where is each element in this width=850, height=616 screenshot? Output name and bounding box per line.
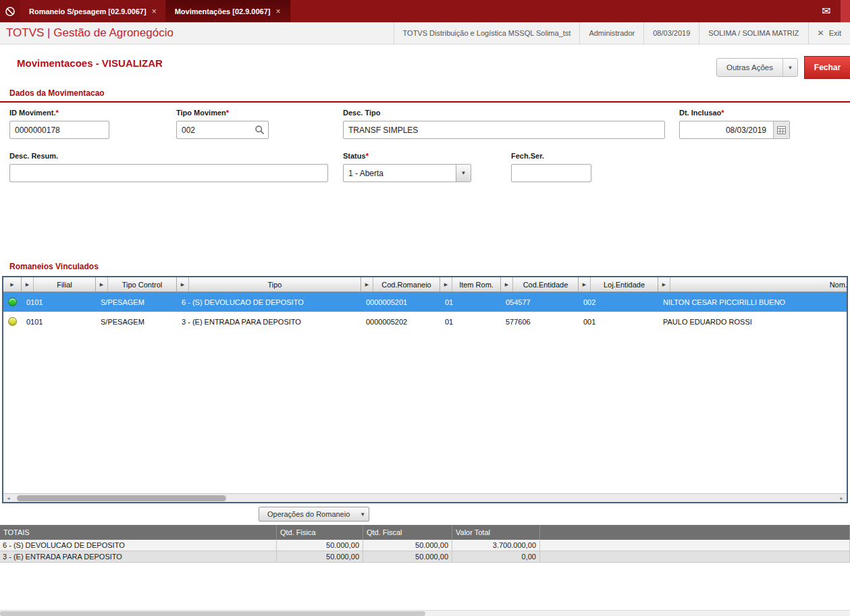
cell-item-rom: 01: [440, 298, 501, 306]
desc-resum-label: Desc. Resum.: [9, 152, 58, 160]
grid-header-status-column[interactable]: ▶: [3, 277, 22, 291]
column-header-label: Item Rom.: [452, 277, 500, 291]
column-header-label: Cod.Romaneio: [373, 277, 440, 291]
column-header-label: Loj.Entidade: [591, 277, 658, 291]
mail-icon[interactable]: ✉: [812, 0, 841, 22]
cell-tipo-control: S/PESAGEM: [96, 318, 177, 326]
row-status-icon: [8, 317, 17, 326]
column-header-filial[interactable]: ▶Filial: [22, 277, 96, 291]
appbar-status-area: TOTVS Distribuição e Logística MSSQL Sol…: [394, 22, 850, 44]
column-header-cod-entidade[interactable]: ▶Cod.Entidade: [501, 277, 579, 291]
column-header-label: Nom.Entidade: [670, 277, 848, 291]
totals-row-filler: [540, 551, 850, 563]
cell-cod-romaneio: 0000005201: [361, 298, 440, 306]
chevron-down-icon: ▼: [356, 511, 369, 517]
page-horizontal-scrollbar[interactable]: [0, 610, 850, 616]
totals-row-label: 6 - (S) DEVOLUCAO DE DEPOSITO: [0, 540, 277, 551]
id-moviment-input[interactable]: [9, 121, 109, 139]
operacoes-romaneio-label: Operações do Romaneio: [259, 510, 356, 518]
operacoes-romaneio-button[interactable]: Operações do Romaneio ▼: [259, 507, 369, 522]
column-header-tipo[interactable]: ▶Tipo: [177, 277, 361, 291]
close-icon[interactable]: ×: [276, 7, 281, 16]
column-arrow-icon: ▶: [579, 277, 591, 291]
status-select-value: 1 - Aberta: [344, 169, 456, 178]
required-marker: *: [721, 109, 724, 117]
totals-row-label: 3 - (E) ENTRADA PARA DEPOSITO: [0, 551, 277, 563]
tab-romaneio-spesagem[interactable]: Romaneio S/pesagem [02.9.0067] ×: [20, 0, 166, 22]
scroll-right-icon[interactable]: ►: [836, 494, 847, 502]
search-icon[interactable]: [255, 125, 265, 138]
desc-resum-input[interactable]: [9, 164, 328, 182]
totvs-logo-icon: [0, 0, 20, 22]
totals-header-valor-total: Valor Total: [452, 525, 540, 540]
column-header-label: Cod.Entidade: [513, 277, 578, 291]
column-header-nom-entidade[interactable]: ▶Nom.Entidade: [658, 277, 848, 291]
desc-tipo-input[interactable]: [343, 121, 665, 139]
totals-qtd-fiscal: 50.000,00: [363, 540, 452, 551]
column-header-label: Filial: [34, 277, 95, 291]
exit-label: Exit: [829, 29, 841, 37]
totals-row-filler: [540, 540, 850, 551]
cell-nom-entidade: NILTON CESAR PICCIRILLI BUENO: [658, 298, 848, 306]
field-tipo-movimen: Tipo Movimen*: [176, 109, 269, 139]
column-arrow-icon: ▶: [501, 277, 513, 291]
scrollbar-thumb[interactable]: [17, 495, 226, 501]
date-label: 08/03/2019: [643, 22, 699, 44]
column-arrow-icon: ▶: [96, 277, 108, 291]
column-header-label: Tipo Control: [108, 277, 176, 291]
status-select[interactable]: 1 - Aberta ▼: [343, 164, 471, 182]
column-arrow-icon: ▶: [177, 277, 189, 291]
totals-qtd-fisica: 50.000,00: [277, 551, 363, 563]
table-row[interactable]: 0101 S/PESAGEM 3 - (E) ENTRADA PARA DEPO…: [3, 312, 847, 331]
totals-valor-total: 0,00: [452, 551, 540, 563]
column-arrow-icon: ▶: [3, 277, 21, 291]
romaneios-grid: ▶ ▶Filial ▶Tipo Control ▶Tipo ▶Cod.Roman…: [2, 276, 848, 503]
company-label: SOLIMA / SOLIMA MATRIZ: [699, 22, 807, 44]
id-moviment-label: ID Moviment.: [9, 109, 55, 117]
column-header-cod-romaneio[interactable]: ▶Cod.Romaneio: [361, 277, 440, 291]
required-marker: *: [226, 109, 229, 117]
close-icon[interactable]: ×: [152, 7, 157, 16]
chevron-down-icon[interactable]: ▼: [782, 59, 797, 76]
row-status-icon: [8, 298, 17, 306]
totals-header-totais: TOTAIS: [0, 525, 277, 540]
field-desc-tipo: Desc. Tipo: [343, 109, 665, 139]
column-header-loj-entidade[interactable]: ▶Loj.Entidade: [579, 277, 658, 291]
calendar-icon[interactable]: [773, 121, 789, 138]
table-row[interactable]: 0101 S/PESAGEM 6 - (S) DEVOLUCAO DE DEPO…: [3, 292, 847, 312]
fechar-button[interactable]: Fechar: [804, 56, 850, 79]
titlebar-corner-strip: [841, 0, 850, 22]
cell-cod-entidade: 577606: [501, 318, 579, 326]
required-marker: *: [55, 109, 58, 117]
tipo-movimen-label: Tipo Movimen: [176, 109, 226, 117]
user-label: Administrador: [579, 22, 643, 44]
app-window: Romaneio S/pesagem [02.9.0067] × Movimen…: [0, 0, 850, 616]
app-brand: TOTVS | Gestão de Agronegócio: [0, 22, 174, 44]
grid-header-row: ▶ ▶Filial ▶Tipo Control ▶Tipo ▶Cod.Roman…: [3, 277, 847, 292]
totals-header-qtd-fiscal: Qtd. Fiscal: [363, 525, 452, 540]
cell-loj-entidade: 002: [579, 298, 658, 306]
cell-tipo: 6 - (S) DEVOLUCAO DE DEPOSITO: [177, 298, 361, 306]
cell-tipo-control: S/PESAGEM: [96, 298, 177, 306]
page-header: Movimentacoes - VISUALIZAR Outras Ações …: [0, 45, 850, 82]
chevron-down-icon[interactable]: ▼: [456, 165, 471, 181]
outras-acoes-button[interactable]: Outras Ações ▼: [716, 58, 798, 77]
exit-x-icon: ✕: [818, 28, 824, 38]
tab-movimentacoes[interactable]: Movimentações [02.9.0067] ×: [166, 0, 290, 22]
cell-cod-romaneio: 0000005202: [361, 318, 440, 326]
totals-valor-total: 3.700.000,00: [452, 540, 540, 551]
titlebar-right: ✉: [812, 0, 850, 22]
cell-loj-entidade: 001: [579, 318, 658, 326]
fech-ser-input[interactable]: [511, 164, 591, 182]
scrollbar-track[interactable]: [14, 494, 836, 502]
scroll-left-icon[interactable]: ◄: [3, 494, 14, 502]
exit-button[interactable]: ✕ Exit: [808, 22, 850, 44]
grid-horizontal-scrollbar[interactable]: ◄ ►: [3, 493, 847, 502]
scrollbar-thumb[interactable]: [0, 611, 425, 616]
column-header-item-rom[interactable]: ▶Item Rom.: [440, 277, 501, 291]
cell-item-rom: 01: [440, 318, 501, 326]
column-arrow-icon: ▶: [440, 277, 452, 291]
column-header-tipo-control[interactable]: ▶Tipo Control: [96, 277, 177, 291]
field-fech-ser: Fech.Ser.: [511, 152, 591, 182]
cell-tipo: 3 - (E) ENTRADA PARA DEPOSITO: [177, 318, 361, 326]
